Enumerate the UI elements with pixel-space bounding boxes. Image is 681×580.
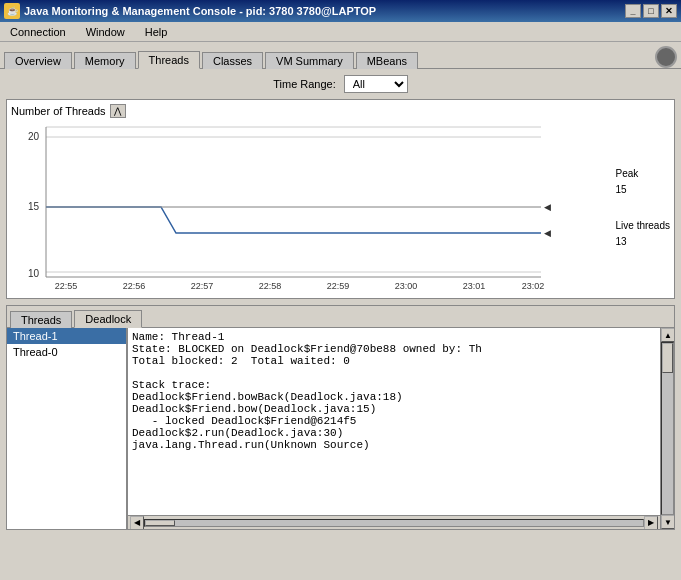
thread-detail: Name: Thread-1 State: BLOCKED on Deadloc… bbox=[128, 328, 660, 515]
tab-overview[interactable]: Overview bbox=[4, 52, 72, 69]
close-button[interactable]: ✕ bbox=[661, 4, 677, 18]
tab-memory[interactable]: Memory bbox=[74, 52, 136, 69]
scroll-left-arrow[interactable]: ◀ bbox=[130, 516, 144, 530]
thread-list[interactable]: Thread-1 Thread-0 bbox=[7, 328, 127, 529]
monitor-icon bbox=[655, 46, 677, 68]
svg-text:◀: ◀ bbox=[544, 202, 551, 212]
horizontal-scrollbar[interactable]: ◀ ▶ bbox=[128, 515, 660, 529]
app-icon: ☕ bbox=[4, 3, 20, 19]
tab-vm-summary[interactable]: VM Summary bbox=[265, 52, 354, 69]
tab-mbeans[interactable]: MBeans bbox=[356, 52, 418, 69]
chart-panel-header: Number of Threads ⋀ bbox=[11, 104, 670, 118]
menu-window[interactable]: Window bbox=[80, 25, 131, 39]
vertical-scrollbar[interactable]: ▲ ▼ bbox=[660, 328, 674, 529]
time-range-label: Time Range: bbox=[273, 78, 336, 90]
window-title: Java Monitoring & Management Console - p… bbox=[24, 5, 376, 17]
tab-classes[interactable]: Classes bbox=[202, 52, 263, 69]
svg-text:23:01: 23:01 bbox=[463, 281, 486, 291]
chart-legend: Peak 15 Live threads 13 bbox=[608, 122, 670, 294]
time-range-select[interactable]: All 1 min 5 min 10 min 30 min bbox=[344, 75, 408, 93]
thread-detail-wrap: Name: Thread-1 State: BLOCKED on Deadloc… bbox=[128, 328, 660, 529]
v-scroll-track[interactable] bbox=[661, 342, 674, 515]
bottom-section: Threads Deadlock Thread-1 Thread-0 Name: bbox=[6, 305, 675, 530]
scroll-thumb[interactable] bbox=[145, 520, 175, 526]
maximize-button[interactable]: □ bbox=[643, 4, 659, 18]
svg-text:22:57: 22:57 bbox=[191, 281, 214, 291]
bottom-tab-threads[interactable]: Threads bbox=[10, 311, 72, 328]
thread-list-item[interactable]: Thread-0 bbox=[7, 344, 126, 360]
thread-content: Thread-1 Thread-0 Name: Thread-1 State: … bbox=[7, 328, 674, 529]
svg-text:23:00: 23:00 bbox=[395, 281, 418, 291]
menu-help[interactable]: Help bbox=[139, 25, 174, 39]
legend-peak: Peak 15 bbox=[616, 166, 670, 198]
main-tabs-row: Overview Memory Threads Classes VM Summa… bbox=[0, 42, 681, 69]
chart-title: Number of Threads bbox=[11, 105, 106, 117]
scroll-up-arrow[interactable]: ▲ bbox=[661, 328, 674, 342]
time-range-row: Time Range: All 1 min 5 min 10 min 30 mi… bbox=[6, 75, 675, 93]
svg-text:15: 15 bbox=[28, 201, 40, 212]
v-scroll-thumb[interactable] bbox=[662, 343, 673, 373]
threads-chart: 20 15 10 bbox=[11, 122, 571, 292]
chart-panel: Number of Threads ⋀ 20 15 10 bbox=[6, 99, 675, 299]
minimize-button[interactable]: _ bbox=[625, 4, 641, 18]
svg-text:20: 20 bbox=[28, 131, 40, 142]
chart-container: 20 15 10 bbox=[11, 122, 670, 294]
svg-text:◀: ◀ bbox=[544, 228, 551, 238]
thread-list-item[interactable]: Thread-1 bbox=[7, 328, 126, 344]
svg-text:22:59: 22:59 bbox=[327, 281, 350, 291]
svg-text:22:58: 22:58 bbox=[259, 281, 282, 291]
legend-live: Live threads 13 bbox=[616, 218, 670, 250]
svg-text:22:56: 22:56 bbox=[123, 281, 146, 291]
svg-text:22:55: 22:55 bbox=[55, 281, 78, 291]
bottom-tabs-row: Threads Deadlock bbox=[7, 306, 674, 328]
scroll-right-arrow[interactable]: ▶ bbox=[644, 516, 658, 530]
menu-bar: Connection Window Help bbox=[0, 22, 681, 42]
content-area: Time Range: All 1 min 5 min 10 min 30 mi… bbox=[0, 69, 681, 536]
scroll-down-arrow[interactable]: ▼ bbox=[661, 515, 674, 529]
bottom-tab-deadlock[interactable]: Deadlock bbox=[74, 310, 142, 328]
scroll-track[interactable] bbox=[144, 519, 644, 527]
chart-svg-wrapper: 20 15 10 bbox=[11, 122, 608, 294]
title-bar: ☕ Java Monitoring & Management Console -… bbox=[0, 0, 681, 22]
menu-connection[interactable]: Connection bbox=[4, 25, 72, 39]
svg-text:10: 10 bbox=[28, 268, 40, 279]
svg-text:23:02: 23:02 bbox=[522, 281, 545, 291]
window-controls: _ □ ✕ bbox=[625, 4, 677, 18]
collapse-button[interactable]: ⋀ bbox=[110, 104, 126, 118]
tab-threads[interactable]: Threads bbox=[138, 51, 200, 69]
